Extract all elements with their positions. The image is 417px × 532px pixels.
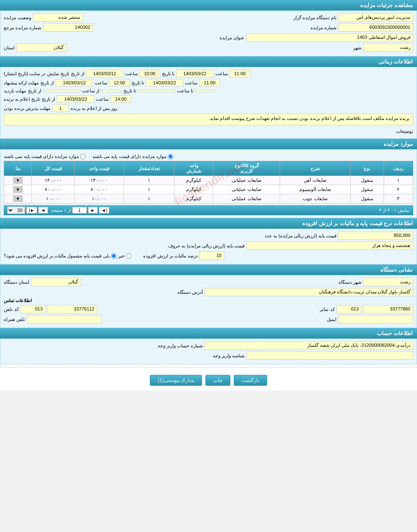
title-value: فروش اموال اسقاطی 1403 — [246, 33, 413, 42]
status-label: وضعیت مزایده — [4, 15, 31, 20]
display-from-date: 1403/03/12 — [86, 70, 124, 77]
display-from-hour: 10:00 — [139, 70, 160, 77]
winner-from-date: 1403/03/22 — [57, 95, 94, 103]
page-label: صفحه — [51, 208, 63, 213]
visit-to-hour — [195, 90, 216, 92]
radio-items-no-price[interactable]: موارد مزایده دارای قیمت پایه تمی باشند — [4, 154, 86, 159]
phone-code-label: کد — [14, 307, 19, 312]
row-action-btn[interactable]: ▼ — [13, 196, 23, 202]
pagination-showing: نمایش ۱ - ۳ از ۳ — [379, 208, 410, 213]
fax-label: نمابر — [320, 307, 329, 312]
fax-code-label: کد — [330, 307, 335, 312]
winner-from-hour-label: ساعت — [96, 97, 109, 102]
col-unit-price: قیمت واحد — [74, 161, 124, 176]
radio-items-with-price[interactable]: موارد مزایده دارای قیمت پایه می باشند — [92, 154, 173, 159]
col-index: ردیف — [384, 161, 413, 176]
fax-value: 33777860 — [363, 305, 413, 313]
phone-code-value: 013 — [20, 305, 45, 313]
status-value: منتشر شده — [33, 13, 83, 22]
visit-to-label: تا تاریخ — [124, 88, 136, 94]
notes-value: برنده مزایده مکلف است بلافاصله پس از اعل… — [4, 114, 413, 125]
tax-no-label: خیر — [118, 253, 125, 259]
auction-number-label: شماره مزایده — [311, 25, 336, 31]
winner-from-hour: 14:00 — [110, 95, 131, 103]
notes-label: توضیحات — [396, 129, 413, 134]
tax-percent-label: درصد مالیات بر ارزش افزوده — [143, 253, 197, 259]
table-row: ٢منقولضایعات آلومینیومضایعات عملیاتیکیلو… — [4, 185, 413, 194]
radio-no-label: موارد مزایده دارای قیمت پایه تمی باشند — [4, 154, 79, 159]
base-price-value: 850,000 — [338, 232, 413, 240]
base-price-text-value: هشتصد و پنجاه هزار — [246, 242, 413, 250]
account-label: شماره حساب واریز وجه — [158, 343, 203, 349]
city-value: رشت — [363, 43, 413, 52]
device-address-value: گلسار-بلوار گیلان-میدان تربیت-دانشگاه فر… — [205, 288, 413, 296]
tax-question-label: قیمت پایه مشمول مالیات بر ارزش افزوده می… — [4, 253, 101, 259]
price-info-header: اطلاعات درج قیمت پایه و مالیات بر ارزش ا… — [0, 218, 417, 229]
page-first-btn[interactable]: ►| — [26, 207, 37, 214]
row-action-btn[interactable]: ▼ — [13, 186, 23, 193]
back-button[interactable]: بازگشت — [234, 375, 267, 386]
page-input[interactable] — [72, 207, 87, 214]
sheba-label: شناسه واریز وجه — [213, 353, 245, 359]
display-label: تاریخ نمایش در سایت (تاریخ انتشار) — [4, 71, 69, 76]
col-unit-measure: واحدشمارش — [174, 161, 213, 176]
per-page-select[interactable]: 20 50 100 — [7, 206, 25, 214]
display-to-hour: 11:00 — [230, 70, 250, 77]
display-from-label: از تاریخ — [71, 71, 84, 76]
visit-from-hour-label: از ساعت — [82, 88, 99, 94]
items-table-wrapper: ردیف نوع شرح گروه کالا/نوعکاربری واحدشما… — [4, 161, 413, 204]
col-qty: تعداد/مقدار — [124, 161, 174, 176]
base-price-text-label: قیمت پایه (ارزش ریالی مزایده) به حروف — [168, 243, 245, 249]
device-province-label: استان دستگاه — [4, 280, 29, 285]
account-value: درآمدی-2120000082004- بانک ملی ایران شعب… — [205, 341, 413, 350]
base-price-label: قیمت پایه (ارزش ریالی مزایده) به عدد — [265, 233, 336, 239]
tax-no-option[interactable]: خیر — [118, 253, 131, 259]
auction-details-header: مشاهده جزئیات مزایده — [0, 0, 417, 10]
row-action-btn[interactable]: ▼ — [13, 177, 23, 183]
title-label: عنوان مزایده — [220, 35, 245, 41]
pagination-bar: نمایش ۱ - ۳ از ۳ |◄ ► از ۱ صفحه ◄ ►| 20 … — [4, 205, 413, 215]
organizer-label: نام دستگاه مزایده گزار — [293, 15, 336, 20]
col-total-price: قیمت کل — [32, 161, 75, 176]
device-city-value: رشت — [363, 278, 413, 286]
visit-to-date — [138, 90, 175, 92]
province-label: استان — [4, 45, 15, 51]
sheba-value — [246, 351, 413, 360]
offer-to-date: 1403/03/22 — [146, 79, 183, 87]
radio-yes-label: موارد مزایده دارای قیمت پایه می باشند — [92, 154, 166, 159]
time-info-header: اطلاعات زمانی — [0, 56, 417, 67]
col-desc: شرح — [280, 161, 350, 176]
visit-from-label: از تاریخ — [28, 88, 41, 94]
page-next-btn[interactable]: ► — [88, 207, 98, 214]
device-info-header: نشانی دستگاه — [0, 265, 417, 275]
items-table: ردیف نوع شرح گروه کالا/نوعکاربری واحدشما… — [4, 161, 413, 204]
documents-button[interactable]: مدارک پیوستی(1) — [150, 375, 202, 386]
tax-percent-value: 10 — [200, 252, 225, 260]
tax-yes-option[interactable]: بلی — [103, 253, 116, 259]
offer-from-date: 1403/03/12 — [56, 79, 93, 87]
offer-from-hour: 12:00 — [109, 79, 130, 87]
email-label: ایمیل — [327, 317, 336, 322]
offer-to-label: تا تاریخ — [131, 80, 144, 86]
ref-number-label: شماره مزایده مرجع — [4, 25, 41, 31]
province-value: گیلان — [16, 43, 66, 52]
visit-from-hour — [101, 90, 122, 92]
page-of-label: از ۱ — [64, 208, 71, 213]
fax-code-value: 013 — [336, 305, 361, 313]
visit-to-hour-label: تا ساعت — [177, 88, 193, 94]
accept-days: 1 — [52, 104, 69, 112]
offer-to-hour-label: ساعت — [185, 80, 197, 86]
device-address-label: آدرس دستگاه — [177, 290, 203, 295]
email-value — [338, 315, 413, 323]
phone-label: تلفن — [4, 307, 13, 312]
city-label: شهر — [353, 45, 361, 51]
display-to-date: 1403/03/22 — [176, 70, 214, 77]
page-prev-btn[interactable]: ◄ — [38, 207, 48, 214]
device-province-value: گیلان — [31, 278, 81, 286]
page-last-btn[interactable]: |◄ — [99, 207, 110, 214]
organizer-value: مدیریت امور پردیس‌های اس — [338, 13, 413, 22]
accept-days-label: روز پس از اعلام به برنده — [71, 106, 117, 111]
page-controls[interactable]: |◄ ► از ۱ صفحه ◄ ►| 20 50 100 — [7, 206, 109, 214]
contact-label: اطلاعات تماس — [4, 298, 32, 303]
print-button[interactable]: چاپ — [205, 375, 230, 386]
